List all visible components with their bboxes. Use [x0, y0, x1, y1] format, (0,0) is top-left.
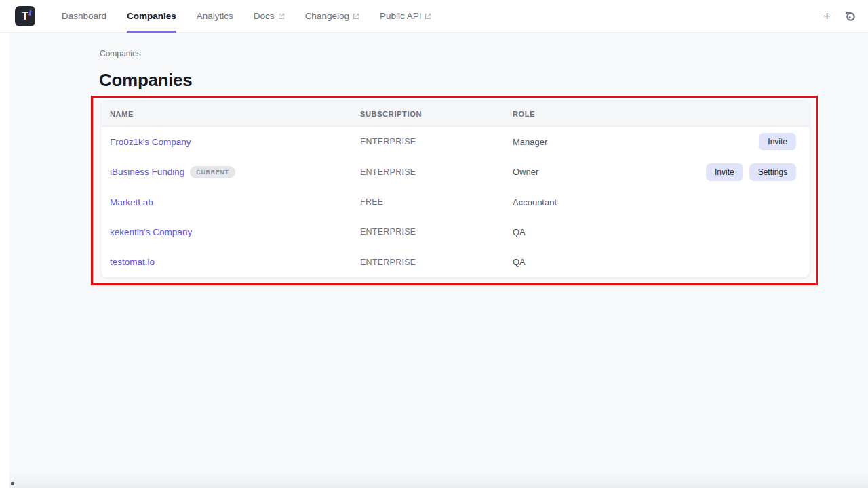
- role-value: QA: [513, 227, 796, 237]
- logo-accent-tick: [28, 9, 32, 15]
- companies-table: NAME SUBSCRIPTION ROLE Fro0z1k's Company…: [100, 100, 810, 278]
- role-value: Accountant: [513, 197, 796, 207]
- nav-label: Docs: [254, 11, 275, 21]
- company-link[interactable]: Fro0z1k's Company: [110, 137, 191, 147]
- top-navigation-bar: T Dashboard Companies Analytics Docs: [0, 0, 868, 33]
- role-value: QA: [513, 257, 796, 267]
- external-link-icon: [425, 13, 431, 20]
- external-link-icon: [278, 13, 285, 20]
- table-row: kekentin's Company ENTERPRISE QA: [101, 217, 810, 247]
- invite-button[interactable]: Invite: [706, 163, 743, 181]
- role-value: Owner: [513, 167, 706, 177]
- role-value: Manager: [513, 137, 759, 147]
- nav-item-changelog[interactable]: Changelog: [295, 0, 370, 33]
- subscription-value: FREE: [360, 197, 513, 207]
- table-row: testomat.io ENTERPRISE QA: [101, 247, 810, 277]
- table-row: Fro0z1k's Company ENTERPRISE Manager Inv…: [101, 127, 810, 157]
- table-header-row: NAME SUBSCRIPTION ROLE: [101, 101, 810, 127]
- nav-item-analytics[interactable]: Analytics: [186, 0, 243, 33]
- app-window: T Dashboard Companies Analytics Docs: [0, 0, 868, 488]
- company-link[interactable]: testomat.io: [110, 257, 155, 267]
- external-link-icon: [353, 13, 359, 20]
- breadcrumb[interactable]: Companies: [100, 49, 141, 58]
- nav-item-docs[interactable]: Docs: [243, 0, 295, 33]
- topbar-right-actions: +: [821, 8, 868, 24]
- logo-letter: T: [22, 9, 28, 23]
- testomat-logo[interactable]: T: [15, 6, 35, 26]
- nav-label: Public API: [380, 11, 422, 21]
- column-header-subscription: SUBSCRIPTION: [360, 110, 513, 118]
- nav-item-public-api[interactable]: Public API: [370, 0, 442, 33]
- current-badge: CURRENT: [190, 166, 235, 178]
- subscription-value: ENTERPRISE: [360, 137, 513, 146]
- user-avatar-icon[interactable]: [844, 10, 856, 22]
- nav-label: Analytics: [197, 11, 233, 21]
- subscription-value: ENTERPRISE: [360, 227, 513, 237]
- company-link[interactable]: iBusiness Funding: [110, 167, 184, 177]
- column-header-name: NAME: [110, 110, 360, 118]
- plus-icon[interactable]: +: [821, 8, 833, 24]
- main-nav: Dashboard Companies Analytics Docs Chang…: [52, 0, 441, 33]
- table-row: MarketLab FREE Accountant: [101, 187, 810, 217]
- nav-item-dashboard[interactable]: Dashboard: [52, 0, 117, 33]
- page-title: Companies: [99, 70, 192, 91]
- nav-label: Changelog: [305, 11, 349, 21]
- nav-label: Dashboard: [62, 11, 106, 21]
- subscription-value: ENTERPRISE: [360, 258, 513, 267]
- company-link[interactable]: kekentin's Company: [110, 227, 192, 237]
- subscription-value: ENTERPRISE: [360, 167, 513, 177]
- settings-button[interactable]: Settings: [749, 163, 796, 181]
- nav-item-companies[interactable]: Companies: [117, 0, 186, 33]
- main-content-area: Companies Companies NAME SUBSCRIPTION RO…: [9, 33, 868, 488]
- invite-button[interactable]: Invite: [759, 133, 796, 150]
- table-row: iBusiness Funding CURRENT ENTERPRISE Own…: [101, 157, 810, 186]
- nav-label: Companies: [127, 11, 176, 21]
- column-header-role: ROLE: [513, 110, 796, 118]
- company-link[interactable]: MarketLab: [110, 197, 153, 207]
- cursor-artifact: [11, 482, 14, 485]
